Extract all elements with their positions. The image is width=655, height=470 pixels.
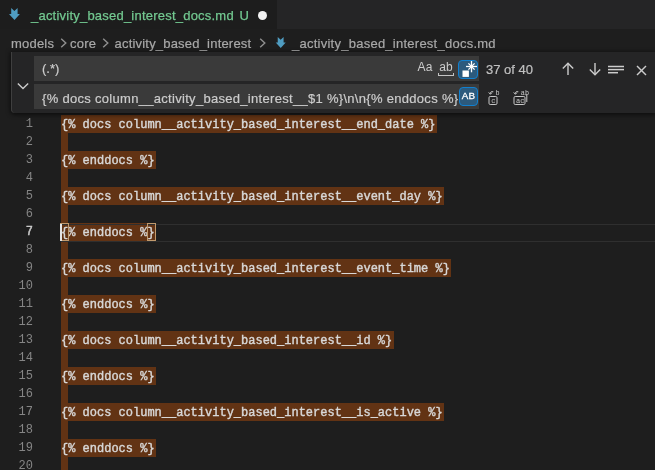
svg-text:c: c — [491, 97, 495, 105]
svg-text:ab: ab — [521, 89, 529, 97]
svg-text:b: b — [496, 89, 500, 97]
svg-text:ac: ac — [516, 97, 524, 105]
